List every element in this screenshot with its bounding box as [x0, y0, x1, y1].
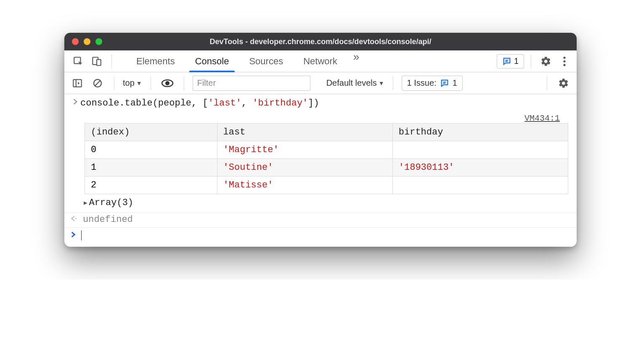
console-input-line: console.table(people, ['last', 'birthday…: [64, 94, 577, 113]
kebab-menu-icon[interactable]: [556, 53, 572, 69]
close-window-button[interactable]: [72, 38, 79, 45]
svg-marker-10: [78, 82, 79, 84]
issues-pill[interactable]: 1 Issue: 1: [402, 76, 463, 91]
input-chevron-icon: [70, 97, 80, 105]
log-levels-selector[interactable]: Default levels ▼: [326, 78, 384, 88]
divider: [151, 76, 151, 90]
titlebar: DevTools - developer.chrome.com/docs/dev…: [64, 33, 577, 50]
console-command: console.table(people, ['last', 'birthday…: [80, 97, 319, 110]
triangle-right-icon: ▶: [84, 199, 87, 206]
zoom-window-button[interactable]: [95, 38, 102, 45]
inspect-element-icon[interactable]: [70, 53, 86, 69]
tab-sources[interactable]: Sources: [239, 50, 293, 72]
more-tabs-button[interactable]: »: [347, 50, 365, 72]
console-settings-icon[interactable]: [556, 75, 572, 91]
execution-context-selector[interactable]: top ▼: [123, 78, 142, 88]
svg-point-5: [563, 56, 565, 58]
divider: [547, 76, 547, 90]
cell-birthday: '18930113': [392, 158, 568, 176]
divider: [531, 55, 531, 68]
table-row: 2 'Matisse': [85, 176, 568, 194]
svg-point-14: [165, 81, 170, 85]
svg-point-17: [75, 218, 77, 219]
return-value: undefined: [83, 214, 133, 225]
chevron-down-icon: ▼: [379, 80, 384, 87]
cell-birthday: [392, 141, 568, 158]
tab-elements[interactable]: Elements: [126, 50, 185, 72]
main-tabstrip: Elements Console Sources Network » 1: [64, 50, 577, 72]
cell-last: 'Soutine': [217, 158, 392, 176]
svg-point-7: [563, 64, 565, 66]
col-last[interactable]: last: [217, 123, 392, 141]
cell-index: 2: [85, 176, 217, 194]
divider: [184, 76, 184, 90]
svg-rect-2: [97, 59, 101, 65]
chevron-down-icon: ▼: [136, 80, 142, 87]
toggle-sidebar-icon[interactable]: [69, 75, 85, 91]
divider: [111, 55, 112, 68]
col-birthday[interactable]: birthday: [392, 123, 568, 141]
array-summary: Array(3): [89, 198, 133, 208]
traffic-lights: [72, 38, 102, 45]
col-index[interactable]: (index): [85, 123, 217, 141]
tab-console[interactable]: Console: [185, 50, 239, 72]
svg-line-12: [95, 81, 100, 86]
issues-indicator[interactable]: 1: [497, 54, 524, 69]
cell-last: 'Matisse': [217, 176, 392, 194]
console-body: console.table(people, ['last', 'birthday…: [64, 94, 577, 247]
cell-index: 1: [85, 158, 217, 176]
tab-network[interactable]: Network: [293, 50, 347, 72]
table-row: 0 'Magritte': [85, 141, 568, 158]
chat-icon: [502, 57, 511, 66]
console-toolbar: top ▼ Default levels ▼ 1 Issue: 1: [64, 72, 577, 94]
issue-count: 1: [453, 78, 457, 88]
cell-birthday: [392, 176, 568, 194]
array-expand-toggle[interactable]: ▶ Array(3): [64, 196, 577, 212]
text-caret: [81, 230, 82, 240]
svg-rect-8: [73, 79, 82, 87]
window-title: DevTools - developer.chrome.com/docs/dev…: [64, 37, 577, 46]
live-expression-icon[interactable]: [159, 75, 175, 91]
devtools-window: DevTools - developer.chrome.com/docs/dev…: [64, 33, 577, 247]
cell-last: 'Magritte': [217, 141, 392, 158]
svg-point-6: [563, 60, 565, 62]
issue-label: 1 Issue:: [407, 78, 437, 88]
levels-label: Default levels: [326, 78, 377, 88]
cell-index: 0: [85, 141, 217, 158]
console-return-line: undefined: [64, 212, 577, 228]
return-arrow-icon: [70, 215, 78, 224]
console-table-output: VM434:1 (index) last birthday 0 'Magritt…: [64, 113, 577, 196]
device-toolbar-icon[interactable]: [89, 53, 105, 69]
divider: [393, 76, 393, 90]
context-label: top: [123, 78, 135, 88]
issues-count: 1: [514, 56, 519, 66]
output-table: (index) last birthday 0 'Magritte' 1 'So…: [85, 123, 568, 194]
clear-console-icon[interactable]: [90, 75, 106, 91]
prompt-chevron-icon: [70, 230, 76, 241]
table-row: 1 'Soutine' '18930113': [85, 158, 568, 176]
filter-input[interactable]: [193, 76, 310, 91]
divider: [114, 76, 114, 90]
minimize-window-button[interactable]: [84, 38, 90, 45]
settings-icon[interactable]: [538, 53, 554, 69]
panel-tabs: Elements Console Sources Network »: [126, 50, 365, 72]
console-prompt[interactable]: [64, 228, 577, 247]
chat-icon: [440, 79, 449, 88]
source-link[interactable]: VM434:1: [524, 113, 568, 123]
